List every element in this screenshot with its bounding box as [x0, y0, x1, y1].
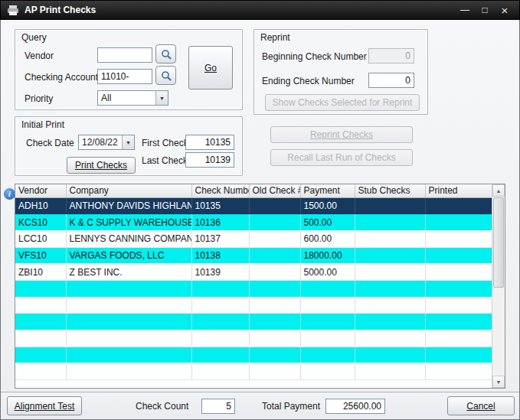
grid-row[interactable]: KCS10K & C SUPPLY WAREHOUSE10136500.00 [15, 214, 492, 231]
column-header-check-number[interactable]: Check Number [191, 184, 249, 197]
grid-cell-printed[interactable] [425, 330, 492, 347]
grid-cell-stub_checks[interactable] [355, 230, 425, 247]
cancel-button[interactable]: Cancel [447, 396, 515, 415]
grid-cell-payment[interactable] [300, 280, 355, 297]
grid-row[interactable] [15, 347, 492, 363]
grid-cell-stub_checks[interactable] [355, 280, 425, 297]
grid-row[interactable] [15, 280, 492, 297]
grid-cell-check_number[interactable]: 10137 [191, 230, 249, 247]
grid-row[interactable] [15, 314, 492, 330]
grid-cell-company[interactable]: Z BEST INC. [66, 264, 191, 281]
grid-cell-printed[interactable] [425, 197, 492, 214]
grid-row[interactable]: VFS10VARGAS FOODS, LLC1013818000.00 [15, 247, 492, 264]
grid-cell-old_check[interactable] [249, 314, 300, 330]
grid-cell-printed[interactable] [425, 297, 492, 314]
grid-cell-printed[interactable] [425, 230, 492, 247]
grid-cell-stub_checks[interactable] [355, 197, 425, 214]
grid-cell-stub_checks[interactable] [355, 264, 425, 281]
grid-cell-printed[interactable] [425, 347, 492, 363]
ending-check-number-input[interactable] [368, 73, 414, 88]
grid-cell-company[interactable] [66, 314, 191, 330]
grid-cell-printed[interactable] [425, 314, 492, 330]
column-header-company[interactable]: Company [66, 184, 191, 197]
grid-cell-company[interactable]: LENNYS CANNING COMPANY [66, 230, 191, 247]
grid-cell-payment[interactable] [300, 297, 355, 314]
grid-cell-check_number[interactable] [191, 363, 249, 380]
check-date-dropdown[interactable]: 12/08/22 ▼ [78, 135, 135, 150]
grid-cell-payment[interactable] [300, 314, 355, 330]
grid-cell-check_number[interactable] [191, 347, 249, 363]
grid-cell-old_check[interactable] [249, 230, 300, 247]
grid-cell-printed[interactable] [425, 264, 492, 281]
grid-cell-vendor[interactable] [15, 314, 66, 330]
grid-cell-vendor[interactable]: LCC10 [15, 230, 66, 247]
grid-cell-printed[interactable] [425, 280, 492, 297]
grid-cell-payment[interactable] [300, 363, 355, 380]
print-checks-button[interactable]: Print Checks [67, 157, 136, 174]
checking-account-input[interactable] [97, 69, 152, 84]
grid-cell-printed[interactable] [425, 214, 492, 231]
grid-cell-company[interactable] [66, 363, 191, 380]
first-check-input[interactable] [185, 135, 234, 150]
grid-cell-vendor[interactable] [15, 297, 66, 314]
grid-cell-stub_checks[interactable] [355, 347, 425, 363]
column-header-printed[interactable]: Printed [425, 184, 492, 197]
grid-cell-company[interactable] [66, 297, 191, 314]
column-header-old-check[interactable]: Old Check # [249, 184, 300, 197]
grid-cell-old_check[interactable] [249, 264, 300, 281]
grid-cell-stub_checks[interactable] [355, 297, 425, 314]
grid-cell-payment[interactable] [300, 347, 355, 363]
grid-cell-check_number[interactable]: 10135 [191, 197, 249, 214]
grid-cell-company[interactable]: K & C SUPPLY WAREHOUSE [66, 214, 191, 231]
scrollbar-thumb[interactable] [493, 197, 504, 288]
scroll-up-icon[interactable]: ▲ [492, 184, 505, 197]
grid-cell-company[interactable]: VARGAS FOODS, LLC [66, 247, 191, 264]
column-header-vendor[interactable]: Vendor [15, 184, 66, 197]
grid-cell-vendor[interactable]: VFS10 [15, 247, 66, 264]
grid-cell-vendor[interactable] [15, 347, 66, 363]
chevron-down-icon[interactable]: ▼ [155, 91, 168, 105]
checking-account-search-button[interactable] [155, 66, 176, 85]
grid-cell-payment[interactable]: 5000.00 [300, 264, 355, 281]
column-header-payment[interactable]: Payment [300, 184, 355, 197]
grid-cell-vendor[interactable] [15, 280, 66, 297]
grid-cell-vendor[interactable] [15, 363, 66, 380]
grid-cell-old_check[interactable] [249, 297, 300, 314]
grid-cell-printed[interactable] [425, 247, 492, 264]
grid-cell-payment[interactable]: 18000.00 [300, 247, 355, 264]
chevron-down-icon[interactable]: ▼ [122, 135, 134, 149]
grid-cell-vendor[interactable] [15, 330, 66, 347]
grid-cell-vendor[interactable]: ZBI10 [15, 264, 66, 281]
grid-cell-check_number[interactable] [191, 330, 249, 347]
grid-cell-old_check[interactable] [249, 363, 300, 380]
grid-cell-check_number[interactable]: 10138 [191, 247, 249, 264]
grid-row[interactable]: ADH10ANTHONY DAVIDS HIGHLAND CO101351500… [15, 197, 492, 214]
grid-row[interactable]: LCC10LENNYS CANNING COMPANY10137600.00 [15, 230, 492, 247]
column-header-stub-checks[interactable]: Stub Checks [355, 184, 425, 197]
close-button[interactable]: × [496, 3, 513, 17]
scroll-down-icon[interactable]: ▼ [492, 376, 505, 388]
grid-scrollbar[interactable]: ▲ ▼ [492, 184, 505, 388]
grid-cell-check_number[interactable]: 10136 [191, 214, 249, 231]
grid-cell-old_check[interactable] [249, 214, 300, 231]
grid-cell-company[interactable] [66, 280, 191, 297]
grid-cell-old_check[interactable] [249, 330, 300, 347]
grid-cell-printed[interactable] [425, 363, 492, 380]
grid-cell-company[interactable] [66, 347, 191, 363]
grid-cell-stub_checks[interactable] [355, 330, 425, 347]
grid-cell-vendor[interactable]: ADH10 [15, 197, 66, 214]
grid-row[interactable]: ZBI10Z BEST INC.101395000.00 [15, 264, 492, 281]
grid-cell-payment[interactable]: 1500.00 [300, 197, 355, 214]
grid-cell-old_check[interactable] [249, 247, 300, 264]
vendor-search-button[interactable] [155, 44, 176, 63]
grid-cell-old_check[interactable] [249, 197, 300, 214]
grid-row[interactable] [15, 363, 492, 380]
grid-cell-check_number[interactable] [191, 314, 249, 330]
last-check-input[interactable] [185, 152, 234, 168]
grid-cell-old_check[interactable] [249, 280, 300, 297]
grid-cell-stub_checks[interactable] [355, 363, 425, 380]
grid-cell-check_number[interactable] [191, 280, 249, 297]
grid-cell-check_number[interactable]: 10139 [191, 264, 249, 281]
grid-cell-vendor[interactable]: KCS10 [15, 214, 66, 231]
grid-cell-payment[interactable]: 600.00 [300, 230, 355, 247]
